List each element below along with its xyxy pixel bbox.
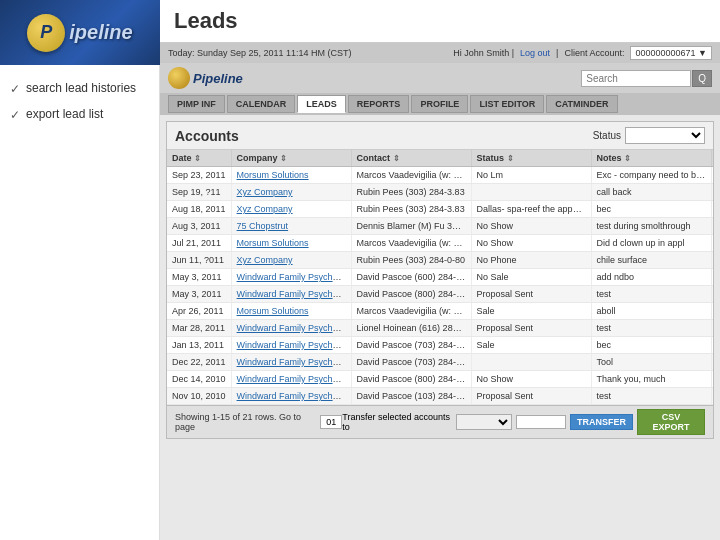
company-cell[interactable]: Morsum Solutions: [231, 235, 351, 252]
transfer-input[interactable]: [516, 415, 566, 429]
action-cell: ▶: [711, 286, 713, 303]
company-link[interactable]: Windward Family Psychological: [237, 357, 352, 367]
company-link[interactable]: Windward Family Psychological: [237, 323, 352, 333]
contact-cell[interactable]: Lionel Hoinean (616) 284-11-9: [351, 320, 471, 337]
action-cell: ▶: [711, 371, 713, 388]
company-cell[interactable]: Windward Family Psychological: [231, 337, 351, 354]
company-cell[interactable]: Xyz Company: [231, 252, 351, 269]
check-icon: ✓: [10, 82, 20, 96]
page-input[interactable]: [320, 415, 342, 429]
col-status[interactable]: Status ⇕: [471, 150, 591, 167]
logout-link[interactable]: Log out: [520, 48, 550, 58]
company-link[interactable]: Xyz Company: [237, 255, 293, 265]
date-cell: Apr 26, 2011: [167, 303, 231, 320]
notes-cell: Did d clown up in appl: [591, 235, 711, 252]
status-cell: Proposal Sent: [471, 286, 591, 303]
contact-cell[interactable]: David Pascoe (703) 284-11-8: [351, 337, 471, 354]
status-cell: No Lm: [471, 167, 591, 184]
contact-cell[interactable]: David Pascoe (600) 284-11-9: [351, 269, 471, 286]
table-row: Apr 26, 2011Morsum SolutionsMarcos Vaade…: [167, 303, 713, 320]
contact-cell[interactable]: Marcos Vaadevigilia (w: 6) 403-5018: [351, 167, 471, 184]
notes-cell: bec: [591, 337, 711, 354]
transfer-label: Transfer selected accounts to: [342, 412, 452, 432]
company-cell[interactable]: Xyz Company: [231, 201, 351, 218]
contact-cell[interactable]: David Pascoe (800) 284-11-9: [351, 286, 471, 303]
company-cell[interactable]: Windward Family Psychological: [231, 388, 351, 405]
company-cell[interactable]: Morsum Solutions: [231, 167, 351, 184]
company-cell[interactable]: Xyz Company: [231, 184, 351, 201]
table-row: Jul 21, 2011Morsum SolutionsMarcos Vaade…: [167, 235, 713, 252]
company-link[interactable]: Xyz Company: [237, 204, 293, 214]
nav-item-catminder[interactable]: CATMINDER: [546, 95, 617, 113]
company-link[interactable]: Windward Family Psychological: [237, 340, 352, 350]
info-bar: Today: Sunday Sep 25, 2011 11:14 HM (CST…: [160, 43, 720, 63]
date-cell: Sep 19, ?11: [167, 184, 231, 201]
status-cell: [471, 354, 591, 371]
company-cell[interactable]: Windward Family Psychological: [231, 371, 351, 388]
date-cell: Nov 10, 2010: [167, 388, 231, 405]
company-link[interactable]: Windward Family Psychological: [237, 391, 352, 401]
company-cell[interactable]: 75 Chopstrut: [231, 218, 351, 235]
table-row: May 3, 2011Windward Family Psychological…: [167, 269, 713, 286]
table-row: Aug 18, 2011Xyz CompanyRubin Pees (303) …: [167, 201, 713, 218]
company-link[interactable]: Morsum Solutions: [237, 170, 309, 180]
csv-export-button[interactable]: CSV EXPORT: [637, 409, 705, 435]
action-cell: ▶: [711, 218, 713, 235]
notes-cell: Exc - company need to born weeks: [591, 167, 711, 184]
company-cell[interactable]: Windward Family Psychological: [231, 286, 351, 303]
col-notes[interactable]: Notes ⇕: [591, 150, 711, 167]
nav-item-reports[interactable]: REPORTS: [348, 95, 410, 113]
pipeline-logo-small: Pipeline: [168, 67, 243, 89]
leads-table: Date ⇕Company ⇕Contact ⇕Status ⇕Notes ⇕ …: [167, 150, 713, 405]
sub-header: Pipeline Q: [160, 63, 720, 93]
contact-cell[interactable]: David Pascoe (703) 284-11-9: [351, 354, 471, 371]
notes-cell: chile surface: [591, 252, 711, 269]
notes-cell: test: [591, 320, 711, 337]
nav-item-list-editor[interactable]: LIST EDITOR: [470, 95, 544, 113]
company-link[interactable]: Windward Family Psychological: [237, 374, 352, 384]
date-cell: Aug 18, 2011: [167, 201, 231, 218]
date-cell: Jan 13, 2011: [167, 337, 231, 354]
company-link[interactable]: Morsum Solutions: [237, 238, 309, 248]
col-contact[interactable]: Contact ⇕: [351, 150, 471, 167]
company-link[interactable]: Windward Family Psychological: [237, 289, 352, 299]
contact-cell[interactable]: Rubin Pees (303) 284-3.83: [351, 184, 471, 201]
company-cell[interactable]: Windward Family Psychological: [231, 269, 351, 286]
company-cell[interactable]: Windward Family Psychological: [231, 320, 351, 337]
footer-left: Showing 1-15 of 21 rows. Go to page: [175, 412, 342, 432]
col-date[interactable]: Date ⇕: [167, 150, 231, 167]
nav-item-profile[interactable]: PROFILE: [411, 95, 468, 113]
search-input[interactable]: [581, 70, 691, 87]
contact-cell[interactable]: David Pascoe (800) 284-11-9: [351, 371, 471, 388]
company-cell[interactable]: Morsum Solutions: [231, 303, 351, 320]
contact-cell[interactable]: David Pascoe (103) 284-11-9: [351, 388, 471, 405]
contact-cell[interactable]: Marcos Vaadevigilia (w: 6) 403-5018: [351, 235, 471, 252]
nav-item-leads[interactable]: LEADS: [297, 95, 346, 113]
action-cell: ▶: [711, 167, 713, 184]
status-select[interactable]: No ShowNo SaleSaleProposal SentCall back: [625, 127, 705, 144]
action-cell: ▶: [711, 354, 713, 371]
date-cell: May 3, 2011: [167, 286, 231, 303]
company-link[interactable]: Windward Family Psychological: [237, 272, 352, 282]
company-link[interactable]: 75 Chopstrut: [237, 221, 289, 231]
contact-cell[interactable]: Rubin Pees (303) 284-3.83: [351, 201, 471, 218]
account-arrow[interactable]: ▼: [698, 48, 707, 58]
notes-cell: add ndbo: [591, 269, 711, 286]
sidebar-item-export-lead-list[interactable]: ✓export lead list: [10, 107, 149, 123]
table-row: Dec 22, 2011Windward Family Psychologica…: [167, 354, 713, 371]
company-cell[interactable]: Windward Family Psychological: [231, 354, 351, 371]
transfer-select[interactable]: [456, 414, 512, 430]
contact-cell[interactable]: Rubin Pees (303) 284-0-80: [351, 252, 471, 269]
contact-cell[interactable]: Dennis Blamer (M) Fu 335-2935: [351, 218, 471, 235]
date-cell: Jul 21, 2011: [167, 235, 231, 252]
company-link[interactable]: Morsum Solutions: [237, 306, 309, 316]
sidebar-item-search-histories[interactable]: ✓search lead histories: [10, 81, 149, 97]
contact-cell[interactable]: Marcos Vaadevigilia (w: 6) 402-4918: [351, 303, 471, 320]
separator: |: [556, 48, 558, 58]
col-company[interactable]: Company ⇕: [231, 150, 351, 167]
nav-item-pimp[interactable]: PIMP INF: [168, 95, 225, 113]
company-link[interactable]: Xyz Company: [237, 187, 293, 197]
search-button[interactable]: Q: [692, 70, 712, 87]
transfer-button[interactable]: TRANSFER: [570, 414, 633, 430]
nav-item-calendar[interactable]: CALENDAR: [227, 95, 296, 113]
